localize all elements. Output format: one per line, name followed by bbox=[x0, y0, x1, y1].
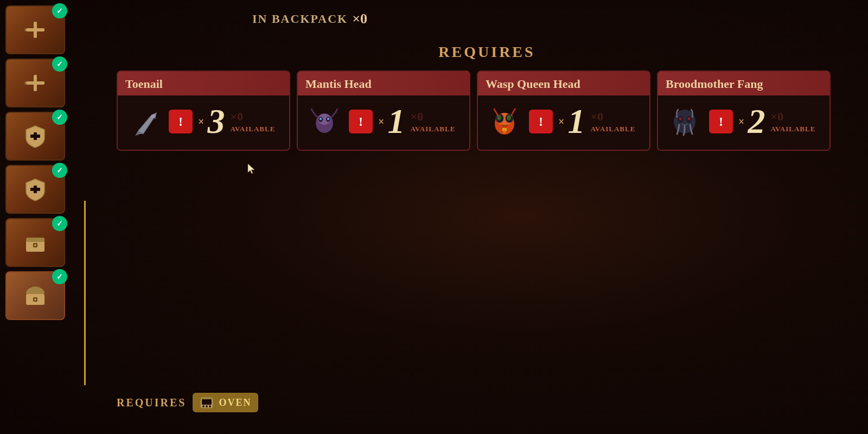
req-available-label-broodmother-fang: AVAILABLE bbox=[770, 125, 815, 133]
svg-rect-11 bbox=[26, 238, 44, 242]
toenail-icon bbox=[125, 103, 163, 141]
svg-rect-38 bbox=[202, 399, 212, 405]
req-available-broodmother-fang: ×0 AVAILABLE bbox=[770, 110, 815, 133]
req-available-count-wasp-queen-head: ×0 bbox=[590, 110, 603, 124]
req-available-count-mantis-head: ×0 bbox=[410, 110, 423, 124]
req-quantity-broodmother-fang: × 2 bbox=[738, 104, 765, 139]
svg-rect-31 bbox=[503, 130, 506, 133]
req-card-header-mantis-head: Mantis Head bbox=[298, 72, 469, 95]
req-card-broodmother-fang: Broodmother Fang bbox=[657, 71, 831, 151]
check-badge-2: ✓ bbox=[52, 56, 67, 72]
check-badge-5: ✓ bbox=[52, 216, 67, 231]
req-available-label-toenail: AVAILABLE bbox=[230, 125, 275, 133]
svg-rect-42 bbox=[201, 397, 213, 399]
sidebar-item-5[interactable]: ✓ bbox=[5, 218, 65, 267]
oven-badge: OVEN bbox=[193, 393, 258, 412]
req-quantity-wasp-queen-head: × 1 bbox=[558, 104, 585, 139]
backpack-section: IN BACKPACK ×0 bbox=[252, 11, 367, 27]
svg-point-41 bbox=[209, 405, 211, 407]
sidebar-item-4[interactable]: ✓ bbox=[5, 165, 65, 214]
svg-point-22 bbox=[320, 117, 322, 120]
req-warning-wasp-queen-head: ! bbox=[529, 110, 553, 133]
sidebar-item-6[interactable]: ✓ bbox=[5, 271, 65, 320]
req-available-mantis-head: ×0 AVAILABLE bbox=[410, 110, 455, 133]
separator-line bbox=[84, 201, 86, 385]
req-available-count-broodmother-fang: ×0 bbox=[770, 110, 783, 124]
req-card-body-toenail: ! × 3 ×0 AVAILABLE bbox=[118, 95, 289, 150]
req-multiplier-wasp-queen-head: × bbox=[558, 116, 564, 128]
svg-point-29 bbox=[507, 115, 511, 120]
svg-rect-9 bbox=[30, 188, 40, 191]
mantis-head-icon bbox=[305, 103, 343, 141]
req-number-wasp-queen-head: 1 bbox=[567, 104, 585, 139]
req-warning-mantis-head: ! bbox=[349, 110, 373, 133]
req-available-toenail: ×0 AVAILABLE bbox=[230, 110, 275, 133]
requires-title: REQUIRES bbox=[117, 43, 857, 61]
check-badge-6: ✓ bbox=[52, 269, 67, 284]
requires-section: REQUIRES Toenail bbox=[117, 43, 857, 151]
bottom-requires-label: REQUIRES bbox=[117, 397, 186, 409]
svg-rect-1 bbox=[26, 28, 44, 31]
req-card-wasp-queen-head: Wasp Queen Head bbox=[477, 71, 650, 151]
main-content: IN BACKPACK ×0 REQUIRES Toenail bbox=[90, 0, 868, 434]
check-badge-3: ✓ bbox=[52, 110, 67, 125]
check-badge-4: ✓ bbox=[52, 163, 67, 178]
svg-point-23 bbox=[327, 117, 329, 120]
req-card-header-broodmother-fang: Broodmother Fang bbox=[658, 72, 829, 95]
crossbow-icon-1 bbox=[22, 16, 49, 43]
chest-icon-5 bbox=[22, 229, 49, 256]
oven-icon bbox=[199, 395, 214, 410]
crossbow-icon-2 bbox=[22, 69, 49, 97]
req-available-count-toenail: ×0 bbox=[230, 110, 243, 124]
oven-label: OVEN bbox=[219, 397, 251, 409]
shield-icon-4 bbox=[22, 176, 49, 203]
req-multiplier-broodmother-fang: × bbox=[738, 116, 744, 128]
sidebar: ✓ ✓ ✓ bbox=[0, 0, 76, 434]
chest-open-icon-6 bbox=[22, 282, 49, 309]
req-available-label-mantis-head: AVAILABLE bbox=[410, 125, 455, 133]
svg-point-40 bbox=[206, 405, 208, 407]
req-number-broodmother-fang: 2 bbox=[748, 104, 765, 139]
req-card-mantis-head: Mantis Head bbox=[297, 71, 470, 151]
req-card-body-wasp-queen-head: ! × 1 ×0 AVAILABLE bbox=[478, 95, 649, 150]
req-warning-broodmother-fang: ! bbox=[709, 110, 733, 133]
check-badge-1: ✓ bbox=[52, 3, 67, 18]
wasp-queen-head-icon bbox=[486, 103, 524, 141]
sidebar-item-2[interactable]: ✓ bbox=[5, 59, 65, 107]
req-card-toenail: Toenail ! × bbox=[117, 71, 290, 151]
svg-point-16 bbox=[34, 298, 36, 301]
requirements-grid: Toenail ! × bbox=[117, 71, 857, 151]
req-warning-toenail: ! bbox=[169, 110, 193, 133]
svg-point-36 bbox=[687, 117, 690, 120]
svg-point-13 bbox=[34, 244, 36, 246]
svg-point-39 bbox=[202, 405, 205, 407]
req-card-header-wasp-queen-head: Wasp Queen Head bbox=[478, 72, 649, 95]
backpack-label: IN BACKPACK bbox=[252, 12, 348, 26]
svg-point-35 bbox=[679, 117, 681, 120]
svg-rect-7 bbox=[30, 135, 40, 138]
sidebar-item-3[interactable]: ✓ bbox=[5, 112, 65, 161]
bottom-requires: REQUIRES OVEN bbox=[117, 393, 258, 412]
req-available-label-wasp-queen-head: AVAILABLE bbox=[590, 125, 635, 133]
sidebar-item-1[interactable]: ✓ bbox=[5, 5, 65, 54]
backpack-count: ×0 bbox=[352, 11, 367, 27]
req-card-body-broodmother-fang: ! × 2 ×0 AVAILABLE bbox=[658, 95, 829, 150]
req-card-body-mantis-head: ! × 1 ×0 AVAILABLE bbox=[298, 95, 469, 150]
req-multiplier-mantis-head: × bbox=[378, 116, 384, 128]
req-number-toenail: 3 bbox=[207, 104, 225, 139]
req-quantity-mantis-head: × 1 bbox=[378, 104, 405, 139]
req-available-wasp-queen-head: ×0 AVAILABLE bbox=[590, 110, 635, 133]
broodmother-fang-icon bbox=[666, 103, 704, 141]
shield-icon-3 bbox=[22, 123, 49, 150]
svg-rect-4 bbox=[26, 81, 44, 85]
req-multiplier-toenail: × bbox=[198, 116, 204, 128]
req-quantity-toenail: × 3 bbox=[198, 104, 225, 139]
req-number-mantis-head: 1 bbox=[387, 104, 405, 139]
req-card-header-toenail: Toenail bbox=[118, 72, 289, 95]
